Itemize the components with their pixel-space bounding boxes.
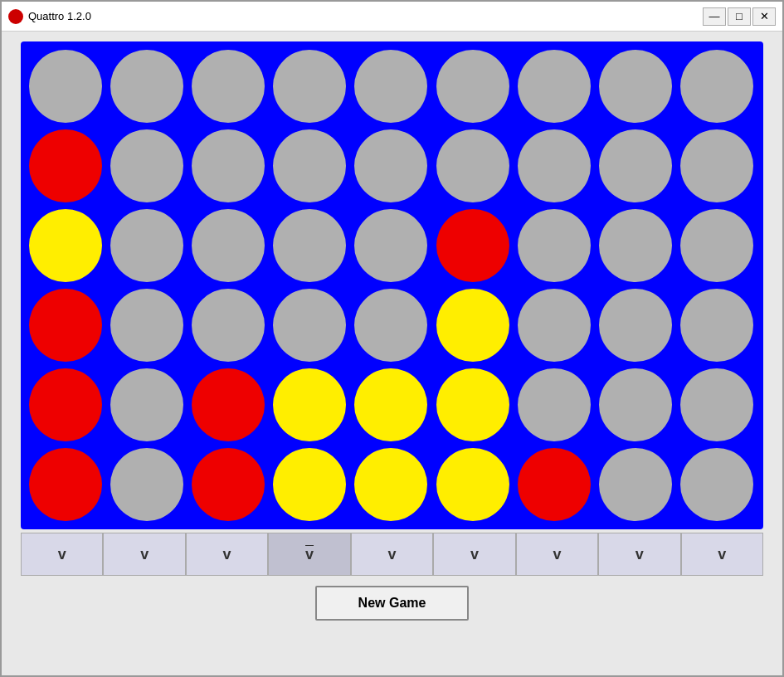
game-board	[21, 41, 763, 529]
board-cell-2-6	[518, 209, 591, 282]
board-cell-3-2	[192, 289, 265, 362]
board-cell-5-7	[599, 448, 672, 521]
board-cell-5-8	[680, 448, 753, 521]
board-cell-2-2	[192, 209, 265, 282]
board-cell-1-8	[680, 129, 753, 202]
app-icon	[8, 9, 23, 24]
arrow-col-4[interactable]: v	[351, 533, 433, 576]
arrow-col-3[interactable]: v	[268, 533, 350, 576]
board-cell-3-7	[599, 289, 672, 362]
arrow-col-1[interactable]: v	[103, 533, 185, 576]
arrow-col-2[interactable]: v	[186, 533, 268, 576]
board-cell-1-2	[192, 129, 265, 202]
board-cell-0-4	[354, 50, 427, 123]
bottom-area: New Game	[12, 586, 772, 621]
main-window: Quattro 1.2.0 — □ ✕ vvvvvvvvv New Game	[0, 0, 784, 677]
board-cell-4-1	[110, 368, 183, 441]
board-cell-5-0	[29, 448, 102, 521]
board-cell-0-7	[599, 50, 672, 123]
board-cell-1-7	[599, 129, 672, 202]
board-cell-2-0	[29, 209, 102, 282]
arrow-col-8[interactable]: v	[681, 533, 763, 576]
arrow-col-0[interactable]: v	[21, 533, 103, 576]
board-cell-3-0	[29, 289, 102, 362]
board-cell-2-8	[680, 209, 753, 282]
maximize-button[interactable]: □	[728, 7, 751, 26]
board-cell-4-4	[354, 368, 427, 441]
board-cell-1-5	[436, 129, 509, 202]
board-cell-4-5	[436, 368, 509, 441]
board-cell-1-6	[518, 129, 591, 202]
new-game-button[interactable]: New Game	[315, 586, 470, 621]
board-cell-4-8	[680, 368, 753, 441]
board-cell-4-6	[518, 368, 591, 441]
board-grid	[29, 50, 755, 521]
board-cell-1-1	[110, 129, 183, 202]
board-cell-3-3	[273, 289, 346, 362]
board-cell-5-2	[192, 448, 265, 521]
board-cell-1-0	[29, 129, 102, 202]
board-cell-1-3	[273, 129, 346, 202]
close-button[interactable]: ✕	[752, 7, 776, 26]
board-cell-2-7	[599, 209, 672, 282]
board-cell-3-6	[518, 289, 591, 362]
board-cell-4-7	[599, 368, 672, 441]
board-cell-0-1	[110, 50, 183, 123]
window-controls: — □ ✕	[703, 7, 776, 26]
board-cell-5-1	[110, 448, 183, 521]
board-cell-5-3	[273, 448, 346, 521]
board-cell-3-4	[354, 289, 427, 362]
arrow-col-7[interactable]: v	[598, 533, 680, 576]
board-cell-2-5	[436, 209, 509, 282]
window-content: vvvvvvvvv New Game	[2, 32, 782, 675]
board-cell-0-0	[29, 50, 102, 123]
arrow-col-5[interactable]: v	[433, 533, 515, 576]
board-cell-1-4	[354, 129, 427, 202]
board-cell-0-6	[518, 50, 591, 123]
board-cell-3-1	[110, 289, 183, 362]
board-cell-0-8	[680, 50, 753, 123]
board-cell-4-0	[29, 368, 102, 441]
board-cell-5-6	[518, 448, 591, 521]
board-cell-3-8	[680, 289, 753, 362]
board-cell-3-5	[436, 289, 509, 362]
board-cell-0-3	[273, 50, 346, 123]
board-cell-0-5	[436, 50, 509, 123]
board-cell-4-3	[273, 368, 346, 441]
board-cell-5-4	[354, 448, 427, 521]
board-cell-4-2	[192, 368, 265, 441]
board-cell-2-4	[354, 209, 427, 282]
title-bar: Quattro 1.2.0 — □ ✕	[2, 2, 782, 32]
board-cell-2-3	[273, 209, 346, 282]
board-cell-2-1	[110, 209, 183, 282]
arrow-row: vvvvvvvvv	[21, 533, 763, 576]
minimize-button[interactable]: —	[703, 7, 726, 26]
board-cell-0-2	[192, 50, 265, 123]
window-title: Quattro 1.2.0	[28, 10, 703, 22]
board-cell-5-5	[436, 448, 509, 521]
arrow-col-6[interactable]: v	[516, 533, 598, 576]
